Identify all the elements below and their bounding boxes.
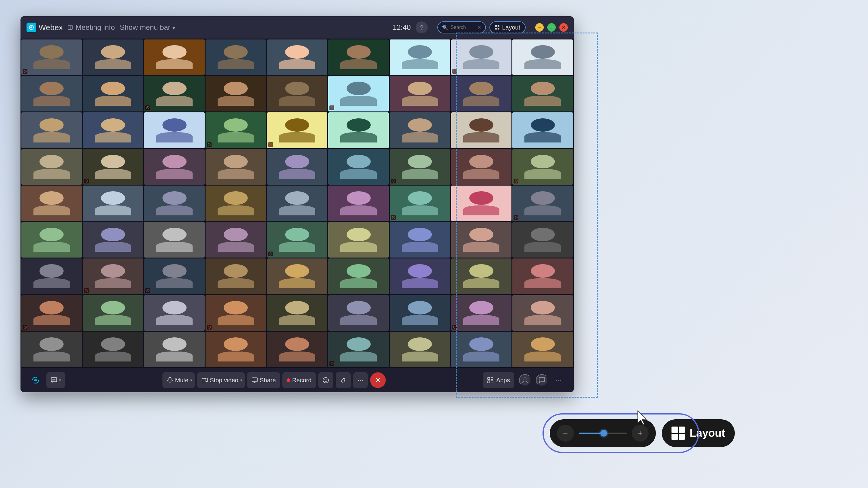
apps-button[interactable]: Apps bbox=[483, 372, 514, 388]
video-tile bbox=[144, 149, 205, 185]
chat-right-button[interactable] bbox=[536, 374, 548, 386]
show-menu-bar-btn[interactable]: Show menu bar ▾ bbox=[120, 23, 175, 32]
end-call-button[interactable]: ✕ bbox=[370, 372, 386, 388]
layout-control-button[interactable]: Layout bbox=[662, 419, 735, 447]
video-tile: 🚫 bbox=[513, 149, 573, 185]
video-tile bbox=[513, 39, 573, 75]
video-tile: 🚫 bbox=[144, 76, 205, 111]
zoom-plus-button[interactable]: + bbox=[632, 425, 649, 442]
video-tile bbox=[390, 112, 450, 148]
record-button[interactable]: Record bbox=[282, 372, 315, 388]
video-tile bbox=[206, 332, 266, 367]
video-tile bbox=[328, 112, 389, 148]
layout-cell-3 bbox=[672, 434, 678, 440]
search-clear-icon: ✕ bbox=[477, 25, 481, 30]
wave-button[interactable] bbox=[336, 372, 351, 388]
video-grid: 🚫 🚫 bbox=[21, 38, 574, 368]
video-tile bbox=[328, 222, 389, 258]
sync-icon[interactable] bbox=[30, 374, 41, 386]
more-button[interactable]: ··· bbox=[353, 372, 368, 388]
mute-indicator-icon: 🚫 bbox=[514, 178, 518, 184]
tile-overlay: 🚫 bbox=[330, 361, 334, 366]
video-tile bbox=[22, 332, 82, 367]
layout-label-small: Layout bbox=[502, 24, 520, 31]
layout-grid-icon-small bbox=[495, 25, 500, 30]
sync-ring-icon bbox=[31, 376, 40, 384]
video-arrow: ▾ bbox=[240, 378, 242, 383]
zoom-slider-thumb[interactable] bbox=[600, 430, 607, 436]
video-tile bbox=[144, 186, 205, 221]
video-tile bbox=[83, 39, 144, 75]
video-tile bbox=[390, 332, 450, 367]
stop-video-label: Stop video bbox=[210, 377, 239, 384]
video-tile bbox=[328, 295, 389, 331]
people-button[interactable] bbox=[519, 374, 531, 386]
layout-grid-icon bbox=[672, 427, 685, 440]
search-layout-bar: 🔍 ✕ Layout bbox=[437, 22, 526, 33]
zoom-minus-button[interactable]: − bbox=[557, 425, 574, 442]
tile-overlay: 🚫 bbox=[268, 252, 273, 256]
layout-cell-4 bbox=[679, 434, 685, 440]
video-tile bbox=[144, 295, 205, 331]
mute-indicator-icon: 🚫 bbox=[391, 178, 396, 184]
meeting-info-btn[interactable]: Meeting info bbox=[67, 23, 115, 32]
mute-indicator-icon: 🚫 bbox=[23, 325, 27, 330]
control-left: ▾ bbox=[30, 372, 65, 388]
video-tile bbox=[451, 258, 512, 294]
video-tile: 🚫 bbox=[451, 295, 512, 331]
tile-overlay: 🚫 bbox=[330, 105, 334, 110]
video-tile bbox=[390, 258, 450, 294]
more-right-button[interactable]: ··· bbox=[553, 374, 565, 386]
tile-overlay: 🚫 bbox=[23, 325, 27, 330]
chat-button[interactable]: ▾ bbox=[46, 372, 65, 388]
video-tile bbox=[83, 186, 144, 221]
video-tile: 🚫 bbox=[83, 258, 144, 294]
video-tile bbox=[451, 149, 512, 185]
tile-overlay: 🚫 bbox=[145, 105, 150, 110]
end-icon: ✕ bbox=[375, 376, 381, 384]
video-tile: 🚫 bbox=[83, 149, 144, 185]
svg-rect-7 bbox=[495, 28, 497, 30]
mute-indicator-icon: 🚫 bbox=[84, 178, 89, 184]
video-tile: 🚫 bbox=[390, 149, 450, 185]
tile-overlay: 🚫 bbox=[514, 215, 518, 220]
tile-overlay: 🚫 bbox=[453, 69, 457, 74]
mute-indicator-icon: 🚫 bbox=[330, 361, 334, 366]
video-tile: 🚫 bbox=[267, 222, 328, 258]
zoom-control-widget: − + bbox=[550, 419, 656, 447]
mute-button[interactable]: Mute ▾ bbox=[162, 372, 195, 388]
mute-indicator-icon: 🚫 bbox=[391, 215, 396, 220]
tile-overlay: 🚫 bbox=[391, 215, 396, 220]
mute-indicator-icon: 🚫 bbox=[207, 142, 212, 147]
svg-point-27 bbox=[524, 378, 526, 380]
record-label: Record bbox=[292, 377, 311, 384]
maximize-button[interactable]: □ bbox=[547, 23, 556, 32]
video-tile: 🚫 bbox=[390, 186, 450, 221]
video-tile bbox=[513, 258, 573, 294]
video-tile bbox=[513, 332, 573, 367]
search-box[interactable]: 🔍 ✕ bbox=[437, 22, 486, 33]
video-tile bbox=[451, 112, 512, 148]
svg-rect-8 bbox=[498, 28, 499, 30]
layout-button-small[interactable]: Layout bbox=[490, 22, 526, 33]
stop-video-button[interactable]: Stop video ▾ bbox=[197, 372, 245, 388]
video-tile bbox=[328, 39, 389, 75]
video-tile bbox=[267, 39, 328, 75]
wave-icon bbox=[340, 377, 347, 384]
share-button[interactable]: Share bbox=[247, 372, 280, 388]
video-tile bbox=[390, 76, 450, 111]
search-input[interactable] bbox=[451, 25, 475, 30]
video-icon bbox=[201, 377, 208, 384]
video-tile bbox=[22, 222, 82, 258]
minimize-button[interactable]: − bbox=[535, 23, 544, 32]
help-icon[interactable]: ? bbox=[415, 22, 428, 33]
video-tile: 🚫 bbox=[206, 295, 266, 331]
tile-overlay: 🚫 bbox=[23, 69, 27, 74]
video-tile bbox=[144, 222, 205, 258]
reaction-button[interactable] bbox=[318, 372, 333, 388]
layout-cell-1 bbox=[672, 427, 678, 433]
video-tile bbox=[513, 295, 573, 331]
close-button[interactable]: ✕ bbox=[559, 23, 568, 32]
video-tile: 🚫 bbox=[144, 258, 205, 294]
svg-point-20 bbox=[323, 378, 329, 383]
